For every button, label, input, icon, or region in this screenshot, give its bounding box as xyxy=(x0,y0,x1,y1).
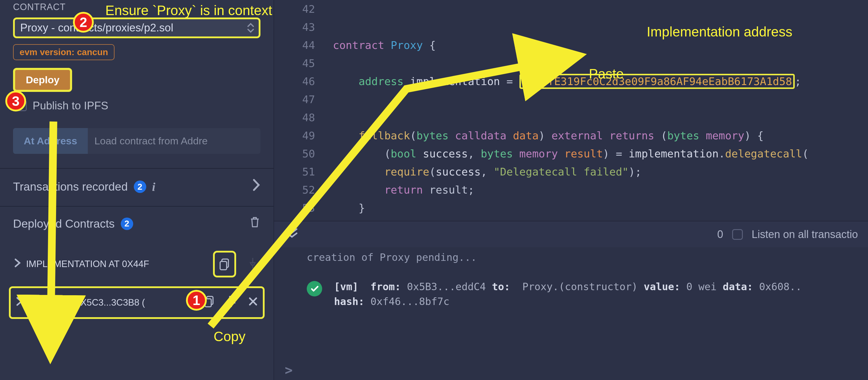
copy-address-button[interactable] xyxy=(204,296,215,310)
copy-address-button[interactable] xyxy=(213,251,236,277)
chevron-right-icon[interactable] xyxy=(13,257,21,271)
console-output[interactable]: creation of Proxy pending... [vm] from: … xyxy=(274,247,868,380)
svg-rect-3 xyxy=(205,299,211,307)
transactions-count-badge: 2 xyxy=(134,180,146,193)
close-icon[interactable] xyxy=(248,297,258,309)
terminal-toolbar: 0 Listen on all transactio xyxy=(274,221,868,247)
console-prompt[interactable]: > xyxy=(285,362,293,378)
publish-ipfs-checkbox[interactable] xyxy=(16,101,27,111)
console-log-text: [vm] from: 0x5B3...eddC4 to: Proxy.(cons… xyxy=(334,279,802,309)
evm-version-badge: evm version: cancun xyxy=(13,44,115,60)
listen-label: Listen on all transactio xyxy=(752,228,858,241)
code-editor[interactable]: 4243444546474849505152535455 contract Pr… xyxy=(274,0,868,221)
transactions-recorded-row[interactable]: Transactions recorded 2 i xyxy=(13,178,260,195)
pin-icon[interactable] xyxy=(247,257,258,272)
success-check-icon xyxy=(307,281,322,297)
transactions-label: Transactions recorded xyxy=(13,180,128,193)
pin-icon[interactable] xyxy=(226,295,237,310)
deployed-contracts-header: Deployed Contracts 2 xyxy=(13,216,260,231)
contract-select-value: Proxy - contracts/proxies/p2.sol xyxy=(20,22,173,34)
trash-icon[interactable] xyxy=(249,216,260,231)
contract-select-dropdown[interactable]: Proxy - contracts/proxies/p2.sol xyxy=(13,18,260,38)
deploy-sidebar: CONTRACT Proxy - contracts/proxies/p2.so… xyxy=(0,0,274,380)
select-chevrons-icon xyxy=(247,22,254,34)
chevron-right-icon[interactable] xyxy=(16,296,23,309)
publish-ipfs-row[interactable]: Publish to IPFS xyxy=(13,100,260,112)
deployed-contract-name: IMPLEMENTATION AT 0X44F xyxy=(26,259,149,270)
info-icon[interactable]: i xyxy=(152,180,155,194)
contract-heading: CONTRACT xyxy=(13,2,260,12)
svg-rect-1 xyxy=(220,262,227,270)
at-address-input[interactable]: Load contract from Addre xyxy=(88,128,260,154)
expand-down-icon[interactable] xyxy=(285,227,299,241)
console-log-row[interactable]: [vm] from: 0x5B3...eddC4 to: Proxy.(cons… xyxy=(307,270,856,318)
pending-count: 0 xyxy=(717,228,723,241)
deployed-contracts-label: Deployed Contracts xyxy=(13,217,115,230)
listen-checkbox[interactable] xyxy=(732,229,743,240)
chevron-right-icon[interactable] xyxy=(252,178,260,195)
at-address-button[interactable]: At Address xyxy=(13,128,88,154)
line-gutter: 4243444546474849505152535455 xyxy=(274,0,326,221)
deployed-contracts-count-badge: 2 xyxy=(121,217,133,230)
deployed-contract-row[interactable]: IMPLEMENTATION AT 0X44F xyxy=(13,242,260,286)
publish-ipfs-label: Publish to IPFS xyxy=(33,100,108,112)
deploy-button[interactable]: Deploy xyxy=(13,68,72,92)
implementation-address-literal[interactable]: 0x44fE319Fc0C2d3e09F9a86AF94eEabB6173A1d… xyxy=(520,74,795,89)
code-body[interactable]: contract Proxy { address implementation … xyxy=(326,0,868,221)
console-pending-line: creation of Proxy pending... xyxy=(307,250,856,270)
deployed-contract-name: PROXY AT 0X5C3...3C3B8 ( xyxy=(28,297,145,308)
at-address-row: At Address Load contract from Addre xyxy=(13,128,260,154)
editor-panel: 4243444546474849505152535455 contract Pr… xyxy=(274,0,868,380)
deployed-contract-row[interactable]: PROXY AT 0X5C3...3C3B8 ( xyxy=(9,286,265,319)
